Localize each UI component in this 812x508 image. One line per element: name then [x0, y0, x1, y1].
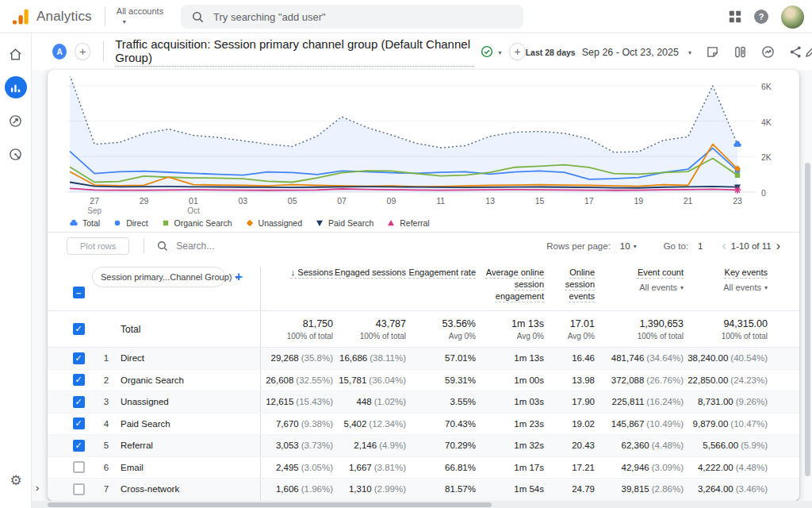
prev-page-icon[interactable]: ‹: [717, 240, 730, 252]
user-avatar[interactable]: [781, 6, 804, 29]
row-checkbox[interactable]: [73, 483, 85, 495]
dimension-selector[interactable]: Session primary...Channel Group): [92, 267, 225, 287]
column-filter[interactable]: All events: [723, 283, 768, 292]
table-toolbar: Plot rows Search... Rows per page: 10 Go…: [48, 232, 799, 259]
add-dimension-button[interactable]: +: [235, 269, 243, 285]
column-header-engaged-sessions[interactable]: Engaged sessions: [335, 267, 408, 310]
row-checkbox[interactable]: [73, 418, 85, 429]
total-checkbox[interactable]: [73, 323, 85, 335]
next-page-icon[interactable]: ›: [772, 240, 785, 252]
metric-cell: 66.81%: [408, 457, 477, 479]
legend-item-referral[interactable]: Referral: [385, 218, 429, 228]
search-input[interactable]: Try searching "add user": [181, 5, 523, 29]
metric-cell: 29,268(35.8%): [260, 348, 335, 369]
rows-per-page-select[interactable]: 10: [620, 241, 630, 251]
row-number: 3: [92, 397, 121, 406]
plot-rows-button[interactable]: Plot rows: [67, 237, 129, 255]
channel-name: Organic Search: [121, 375, 260, 385]
nav-home-icon[interactable]: [5, 43, 27, 65]
metric-cell: 2,495(3.05%): [260, 457, 335, 479]
insights-icon[interactable]: [761, 45, 775, 59]
notes-icon[interactable]: [706, 45, 719, 59]
total-cell: 81,750100% of total: [260, 311, 335, 347]
column-header-engagement-rate[interactable]: Engagement rate: [408, 267, 477, 310]
nav-advertising-icon[interactable]: [5, 143, 27, 165]
y-axis-label: 6K: [761, 82, 772, 91]
goto-input[interactable]: 1: [698, 241, 703, 251]
add-report-button[interactable]: +: [75, 43, 90, 60]
metric-cell: 17.21: [546, 457, 596, 479]
settings-gear-icon[interactable]: ⚙: [0, 472, 32, 489]
table-row-organic-search: 2Organic Search26,608(32.55%)15,781(36.0…: [48, 370, 799, 392]
horizontal-scrollbar-thumb[interactable]: [48, 502, 492, 507]
metric-cell: 448(1.02%): [335, 391, 408, 413]
row-checkbox[interactable]: [73, 440, 85, 452]
column-header-event-count[interactable]: Event countAll events: [596, 267, 685, 310]
table-search-input[interactable]: Search...: [157, 241, 214, 252]
report-status-button[interactable]: [481, 44, 501, 59]
table-row-email: 6Email2,495(3.05%)1,667(3.81%)66.81%1m 1…: [48, 457, 799, 479]
apps-grid-icon[interactable]: [729, 10, 741, 23]
nav-explore-icon[interactable]: [5, 110, 27, 132]
legend-label: Referral: [400, 218, 429, 228]
divider: [105, 7, 105, 26]
column-header-average-online-session-engagement[interactable]: Average online session engagement: [477, 267, 546, 310]
select-all-checkbox[interactable]: [73, 287, 85, 298]
row-checkbox[interactable]: [73, 352, 85, 364]
report-title[interactable]: Traffic acquisition: Session primary cha…: [115, 37, 474, 67]
expand-nav-button[interactable]: ›: [36, 482, 39, 494]
metric-cell: 26,608(32.55%): [260, 370, 335, 391]
row-checkbox[interactable]: [73, 396, 85, 408]
nav-reports-icon[interactable]: [5, 76, 27, 98]
chart-x-axis: 27Sep2901Oct0305070911131517192123: [67, 195, 756, 214]
column-header-sessions[interactable]: ↓ Sessions: [260, 267, 335, 310]
channel-name: Paid Search: [121, 419, 260, 429]
account-switcher[interactable]: All accounts: [117, 6, 163, 25]
metric-cell: 1m 00s: [477, 370, 546, 391]
date-range-picker[interactable]: Last 28 days Sep 26 - Oct 23, 2025: [526, 44, 691, 59]
channel-name: Email: [121, 463, 260, 472]
row-checkbox[interactable]: [73, 374, 85, 386]
edit-pencil-icon[interactable]: [804, 44, 812, 59]
row-checkbox[interactable]: [73, 461, 85, 473]
metric-cell: 17.90: [546, 391, 596, 413]
column-filter[interactable]: All events: [639, 283, 684, 292]
table-header: Session primary...Channel Group) + ↓ Ses…: [48, 259, 799, 311]
column-header-key-events[interactable]: Key eventsAll events: [685, 267, 769, 310]
metric-cell: 16,686(38.11%): [335, 348, 408, 369]
legend-item-paid-search[interactable]: Paid Search: [314, 218, 373, 228]
legend-item-unassigned[interactable]: Unassigned: [244, 218, 302, 228]
x-axis-label: 21: [684, 197, 693, 206]
legend-item-direct[interactable]: Direct: [112, 218, 147, 228]
x-axis-label: 29: [140, 197, 149, 206]
share-icon[interactable]: [789, 45, 802, 59]
comparison-icon[interactable]: [733, 45, 747, 59]
workspace-avatar[interactable]: A: [52, 44, 67, 60]
report-card: 6K4K2K0 27Sep2901Oct03050709111315171921…: [48, 70, 799, 501]
total-cell: 1m 13sAvg 0%: [477, 311, 546, 347]
search-icon: [192, 11, 204, 23]
date-preset: Last 28 days: [526, 48, 576, 57]
row-number: 7: [92, 484, 121, 494]
legend-item-total[interactable]: Total: [68, 218, 100, 228]
analytics-logo-icon[interactable]: [11, 7, 30, 26]
metric-cell: 42,946(3.09%): [596, 457, 685, 479]
column-header-online-session-events[interactable]: Online session events: [546, 267, 596, 310]
horizontal-scrollbar-track[interactable]: [32, 501, 812, 508]
table-row-unassigned: 3Unassigned12,615(15.43%)448(1.02%)3.55%…: [48, 391, 799, 414]
vertical-scrollbar[interactable]: [805, 163, 810, 476]
top-app-bar: Analytics All accounts Try searching "ad…: [0, 0, 812, 33]
metric-cell: 1m 03s: [477, 391, 546, 413]
report-title-bar: A + Traffic acquisition: Session primary…: [32, 33, 812, 70]
timeseries-chart[interactable]: 6K4K2K0: [67, 76, 756, 195]
add-tab-button[interactable]: +: [509, 43, 525, 60]
metric-cell: 15,781(36.04%): [335, 370, 408, 391]
divider: [103, 41, 104, 62]
legend-item-organic-search[interactable]: Organic Search: [160, 218, 232, 228]
metric-cell: 13.98: [546, 370, 596, 391]
channel-name: Cross-network: [121, 484, 260, 494]
table-search-placeholder: Search...: [176, 241, 214, 252]
help-icon[interactable]: ?: [754, 10, 768, 24]
metric-cell: 22,850.00(24.23%): [685, 370, 769, 391]
metric-cell: 1,606(1.96%): [260, 479, 335, 500]
